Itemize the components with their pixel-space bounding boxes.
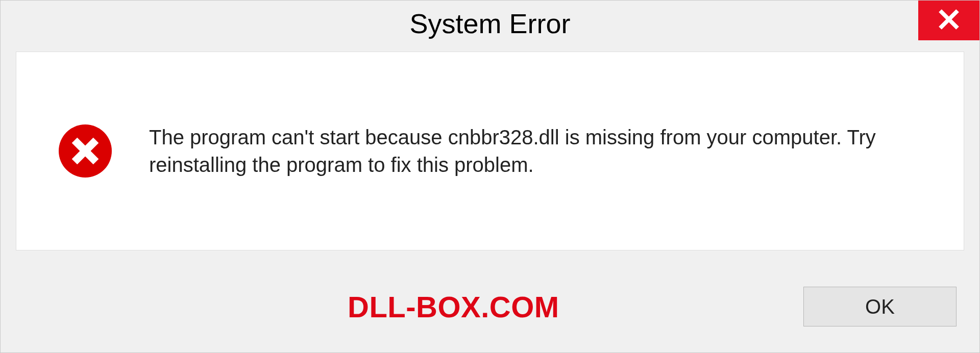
close-button[interactable] (918, 1, 979, 40)
error-message: The program can't start because cnbbr328… (149, 123, 923, 179)
error-icon (57, 123, 113, 179)
content-area: The program can't start because cnbbr328… (16, 52, 964, 250)
ok-button[interactable]: OK (803, 287, 957, 326)
dialog-title: System Error (409, 8, 570, 39)
watermark-text: DLL-BOX.COM (348, 290, 559, 324)
close-icon (937, 8, 961, 33)
system-error-dialog: System Error The program can't start bec… (0, 0, 980, 353)
title-bar: System Error (1, 1, 979, 46)
bottom-bar: DLL-BOX.COM OK (1, 261, 979, 352)
